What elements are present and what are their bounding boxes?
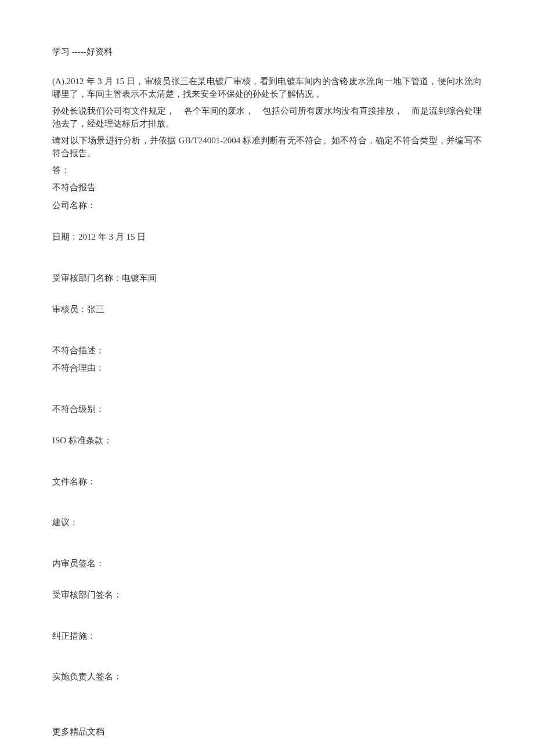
auditor-label: 审核员：张三 bbox=[52, 303, 482, 316]
company-name-label: 公司名称： bbox=[52, 199, 482, 212]
paragraph-3-text: 请对以下场景进行分析，并依据 GB/T24001-2004 标准判断有无不符合。… bbox=[52, 136, 482, 158]
corrective-action-label: 纠正措施： bbox=[52, 630, 482, 643]
answer-text: 答： bbox=[52, 165, 70, 175]
suggestion-text: 建议： bbox=[52, 518, 78, 527]
audited-dept-sig-label: 受审核部门签名： bbox=[52, 588, 482, 602]
date-text: 日期：2012 年 3 月 15 日 bbox=[52, 232, 146, 241]
paragraph-2: 孙处长说我们公司有文件规定， 各个车间的废水， 包括公司所有废水均没有直接排放，… bbox=[52, 104, 482, 131]
audited-dept-text: 受审核部门名称：电镀车间 bbox=[52, 273, 157, 283]
company-name-text: 公司名称： bbox=[52, 201, 96, 210]
corrective-action-text: 纠正措施： bbox=[52, 631, 96, 641]
iso-clause-label: ISO 标准条款： bbox=[52, 434, 482, 447]
suggestion-label: 建议： bbox=[52, 516, 482, 529]
file-name-label: 文件名称： bbox=[52, 475, 482, 489]
audited-dept-sig-text: 受审核部门签名： bbox=[52, 590, 122, 599]
nonconformity-reason-text: 不符合理由： bbox=[52, 363, 104, 372]
file-name-text: 文件名称： bbox=[52, 477, 96, 486]
date-label: 日期：2012 年 3 月 15 日 bbox=[52, 230, 482, 244]
internal-auditor-sig-label: 内审员签名： bbox=[52, 557, 482, 570]
header-text: 学习 -----好资料 bbox=[52, 47, 113, 56]
nonconformity-desc-label: 不符合描述： bbox=[52, 344, 482, 357]
nonconformity-report-label: 不符合报告 bbox=[52, 181, 482, 194]
nonconformity-level-text: 不符合级别： bbox=[52, 404, 104, 414]
audited-dept-label: 受审核部门名称：电镀车间 bbox=[52, 272, 482, 285]
internal-auditor-sig-text: 内审员签名： bbox=[52, 559, 104, 568]
auditor-text: 审核员：张三 bbox=[52, 305, 104, 314]
paragraph-3: 请对以下场景进行分析，并依据 GB/T24001-2004 标准判断有无不符合。… bbox=[52, 134, 482, 160]
footer-text: 更多精品文档 bbox=[52, 727, 104, 736]
responsible-sig-text: 实施负责人签名： bbox=[52, 672, 122, 681]
answer-label: 答： bbox=[52, 164, 482, 177]
iso-clause-text: ISO 标准条款： bbox=[52, 436, 112, 445]
nonconformity-reason-label: 不符合理由： bbox=[52, 361, 482, 375]
paragraph-1: (A).2012 年 3 月 15 日，审核员张三在某电镀厂审核，看到电镀车间内… bbox=[52, 75, 482, 101]
nonconformity-desc-text: 不符合描述： bbox=[52, 346, 104, 355]
nonconformity-report-text: 不符合报告 bbox=[52, 183, 96, 192]
responsible-sig-label: 实施负责人签名： bbox=[52, 670, 482, 683]
paragraph-1-text: (A).2012 年 3 月 15 日，审核员张三在某电镀厂审核，看到电镀车间内… bbox=[52, 77, 482, 99]
nonconformity-level-label: 不符合级别： bbox=[52, 403, 482, 416]
page-header: 学习 -----好资料 bbox=[52, 45, 482, 59]
paragraph-2-text: 孙处长说我们公司有文件规定， 各个车间的废水， 包括公司所有废水均没有直接排放，… bbox=[52, 106, 482, 129]
page-footer: 更多精品文档 bbox=[52, 725, 104, 739]
